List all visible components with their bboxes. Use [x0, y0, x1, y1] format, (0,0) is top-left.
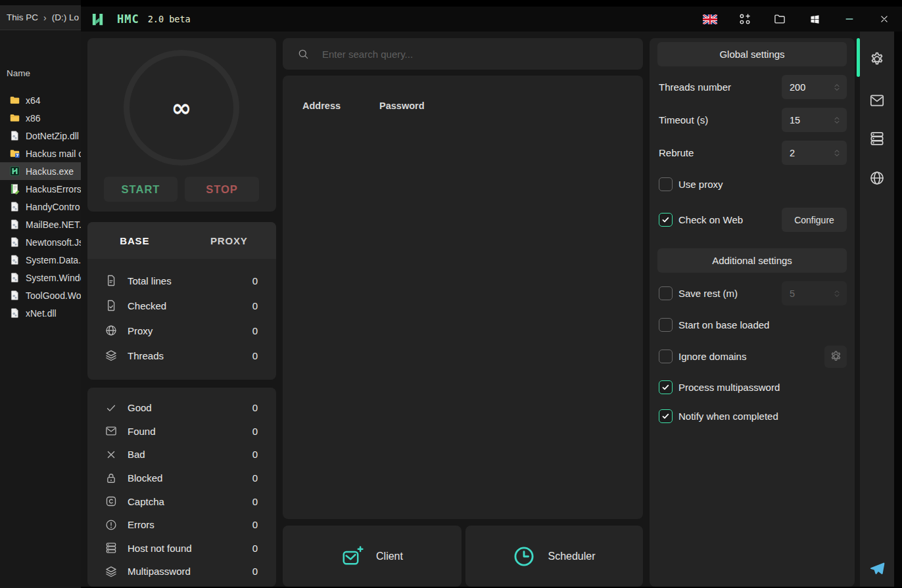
- process-multipassword-checkbox[interactable]: [659, 380, 673, 394]
- stop-button[interactable]: STOP: [185, 177, 259, 202]
- file-row[interactable]: ToolGood.Wo: [0, 286, 81, 304]
- mail-icon: [868, 92, 886, 109]
- scheduler-button-label: Scheduler: [548, 551, 595, 562]
- gear-icon: [829, 350, 843, 363]
- gear-icon: [868, 51, 886, 68]
- close-button[interactable]: [877, 12, 891, 26]
- progress-ring: ∞: [124, 50, 239, 166]
- clock-icon: [513, 545, 535, 568]
- stat-label: Proxy: [128, 325, 252, 336]
- apps-add-button[interactable]: [738, 12, 752, 26]
- process-multipassword-row: Process multipassword: [659, 375, 847, 399]
- stat-label: Good: [128, 402, 252, 413]
- sidebar-database-button[interactable]: [860, 127, 894, 150]
- file-name: Hackus.exe: [26, 166, 74, 177]
- start-button[interactable]: START: [104, 177, 178, 202]
- breadcrumb-this-pc[interactable]: This PC: [7, 12, 38, 22]
- file-row[interactable]: x86: [0, 109, 81, 127]
- minimize-button[interactable]: [842, 12, 857, 26]
- stat-row: Threads 0: [87, 343, 276, 368]
- windows-button[interactable]: [807, 12, 822, 26]
- scheduler-button[interactable]: Scheduler: [465, 526, 643, 587]
- file-row[interactable]: HandyContro: [0, 198, 81, 215]
- file-row[interactable]: xNet.dll: [0, 304, 81, 322]
- file-row[interactable]: MailBee.NET.: [0, 215, 81, 233]
- search-input[interactable]: [322, 49, 611, 60]
- tab-proxy[interactable]: PROXY: [182, 222, 277, 259]
- results-card: Good 0 Found 0 Bad 0 Blocked 0 Captcha: [87, 388, 276, 587]
- file-icon: [9, 201, 20, 212]
- stat-value: 0: [252, 426, 258, 437]
- table-header-row: Address Password: [302, 101, 425, 111]
- file-icon: [9, 307, 20, 319]
- client-button-label: Client: [376, 551, 403, 562]
- client-button[interactable]: Client: [283, 526, 462, 587]
- timeout-input[interactable]: 15: [782, 108, 847, 132]
- sidebar-mail-button[interactable]: [860, 89, 894, 112]
- breadcrumb: This PC › (D:) Lo: [0, 5, 81, 30]
- telegram-button[interactable]: [860, 557, 894, 579]
- stat-label: Host not found: [128, 543, 252, 554]
- spinner-icon[interactable]: [832, 82, 842, 93]
- threads-number-input[interactable]: 200: [782, 75, 847, 99]
- progress-card: ∞ START STOP: [87, 38, 276, 212]
- ignore-domains-checkbox[interactable]: [659, 350, 673, 363]
- notify-completed-label: Notify when completed: [678, 411, 778, 422]
- breadcrumb-drive[interactable]: (D:) Lo: [52, 12, 79, 22]
- file-row[interactable]: System.Data.S: [0, 251, 81, 269]
- hmc-logo-icon: [90, 12, 105, 27]
- file-icon: [9, 166, 20, 177]
- ignore-domains-configure-button[interactable]: [824, 346, 847, 368]
- open-folder-button[interactable]: [772, 12, 787, 26]
- file-icon: [9, 290, 20, 301]
- rebrute-input[interactable]: 2: [782, 141, 847, 165]
- save-rest-checkbox[interactable]: [659, 286, 673, 300]
- save-rest-input[interactable]: 5: [782, 281, 847, 305]
- timeout-value: 15: [790, 115, 800, 125]
- file-explorer-window: This PC › (D:) Lo Name x64 x86 DotNetZip…: [0, 0, 81, 588]
- file-row[interactable]: x64: [0, 91, 81, 109]
- globe-icon: [868, 170, 886, 187]
- file-row[interactable]: HackusErrors.: [0, 180, 81, 198]
- stat-row: Bad 0: [87, 443, 276, 466]
- language-flag-button[interactable]: [703, 12, 717, 26]
- telegram-plane-icon: [868, 560, 886, 577]
- ignore-domains-label: Ignore domains: [678, 351, 746, 362]
- stat-row: Blocked 0: [87, 466, 276, 490]
- stat-icon: [105, 448, 118, 461]
- column-header-name[interactable]: Name: [7, 68, 30, 78]
- stat-value: 0: [252, 325, 258, 336]
- sidebar-settings-button[interactable]: [860, 48, 894, 70]
- spinner-icon[interactable]: [832, 148, 842, 158]
- file-name: HandyContro: [26, 202, 80, 212]
- sidebar-web-button[interactable]: [860, 167, 894, 189]
- start-on-base-checkbox[interactable]: [659, 318, 673, 332]
- file-row[interactable]: System.Windo: [0, 269, 81, 286]
- window-edge-strip: [894, 32, 902, 587]
- file-row[interactable]: Hackus mail c: [0, 145, 81, 162]
- file-row[interactable]: DotNetZip.dll: [0, 127, 81, 145]
- notify-completed-checkbox[interactable]: [659, 409, 673, 423]
- file-icon: [9, 130, 20, 141]
- check-icon: [661, 411, 671, 421]
- spinner-icon[interactable]: [832, 115, 842, 125]
- stat-value: 0: [252, 472, 258, 484]
- stat-value: 0: [252, 275, 258, 286]
- settings-panel: Global settings Threads number 200 Timeo…: [650, 38, 855, 587]
- file-name: System.Windo: [26, 273, 81, 283]
- file-name: x86: [26, 113, 41, 124]
- file-name: Hackus mail c: [26, 148, 81, 159]
- check-on-web-checkbox[interactable]: [659, 213, 673, 227]
- start-on-base-row: Start on base loaded: [659, 313, 847, 337]
- result-stat-list: Good 0 Found 0 Bad 0 Blocked 0 Captcha: [87, 388, 276, 583]
- file-icon: [9, 254, 20, 265]
- stat-row: Captcha 0: [87, 489, 276, 513]
- file-row[interactable]: Hackus.exe: [0, 162, 81, 180]
- file-row[interactable]: Newtonsoft.Js: [0, 233, 81, 251]
- use-proxy-checkbox[interactable]: [659, 177, 673, 191]
- stat-icon: [105, 541, 118, 554]
- configure-button[interactable]: Configure: [782, 208, 847, 232]
- stat-icon: [105, 565, 118, 578]
- tab-base[interactable]: BASE: [87, 222, 182, 259]
- spinner-icon[interactable]: [832, 288, 842, 299]
